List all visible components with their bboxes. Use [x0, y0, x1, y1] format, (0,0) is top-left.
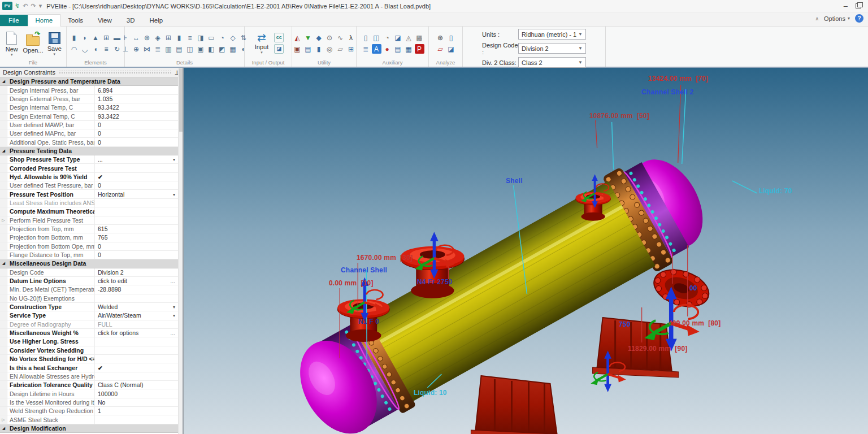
detail-tool-icon[interactable]: ↔	[132, 33, 141, 42]
analyze-tool-icon[interactable]: ▱	[436, 44, 445, 54]
quick-access-icon[interactable]: ↷	[31, 3, 36, 9]
row-value[interactable]: click for options	[95, 329, 178, 336]
row-value[interactable]: 93.3422	[95, 113, 178, 120]
utility-tool-icon[interactable]: ▱	[336, 44, 345, 54]
auxiliary-tool-icon[interactable]: ≣	[361, 44, 371, 54]
row-value[interactable]: Class C (Normal)	[95, 381, 178, 388]
utility-tool-icon[interactable]: ▤	[303, 44, 313, 54]
grid-row[interactable]: ASME Steel Stack	[0, 415, 178, 424]
input-button[interactable]: ⇄ Input ▾	[253, 32, 271, 55]
detail-tool-icon[interactable]: ◧	[207, 44, 216, 54]
element-tool-icon[interactable]: ⊞	[102, 33, 111, 42]
options-button[interactable]: Options	[824, 15, 845, 22]
tab-3d[interactable]: 3D	[119, 15, 142, 26]
grid-row[interactable]: Weld Strength Creep Reduction Fa 1	[0, 407, 178, 415]
auxiliary-tool-icon[interactable]: ▤	[393, 44, 403, 54]
detail-tool-icon[interactable]: ▮	[175, 33, 184, 42]
grid-row[interactable]: No Vortex Shedding for H/D <= 15	[0, 355, 178, 363]
grid-row[interactable]: Use Higher Long. Stress	[0, 337, 178, 346]
row-value[interactable]: 0	[95, 139, 178, 146]
auxiliary-tool-icon[interactable]: A	[372, 44, 381, 54]
row-value[interactable]: -28.8898	[95, 286, 178, 293]
units-dropdown[interactable]: Division 2 ▼	[518, 43, 586, 54]
tab-help[interactable]: Help	[142, 15, 171, 26]
row-value[interactable]: Welded	[95, 303, 178, 310]
utility-tool-icon[interactable]: ⊙	[325, 33, 335, 42]
utility-tool-icon[interactable]: ▮	[314, 44, 324, 54]
grid-row[interactable]: Flange Distance to Top, mm 0	[0, 251, 178, 259]
detail-tool-icon[interactable]: ◈	[153, 33, 163, 42]
grid-row[interactable]: Design Lifetime in Hours 100000	[0, 389, 178, 398]
grid-row[interactable]: Is this a heat Exchanger ✔	[0, 363, 178, 372]
detail-tool-icon[interactable]: ◨	[196, 33, 206, 42]
grid-row[interactable]: Design Modification	[0, 424, 178, 433]
grid-row[interactable]: Projection from Top, mm 615	[0, 225, 178, 233]
grid-row[interactable]: Degree of Radiography FULL	[0, 320, 178, 329]
utility-tool-icon[interactable]: λ	[346, 33, 356, 42]
grid-row[interactable]: Perform Field Pressure Test	[0, 216, 178, 225]
grid-row[interactable]: Construction Type Welded	[0, 303, 178, 311]
detail-tool-icon[interactable]: ⋈	[142, 44, 152, 54]
row-value[interactable]: click to edit	[95, 277, 178, 284]
grid-row[interactable]: Design Internal Press, bar 6.894	[0, 86, 178, 94]
utility-tool-icon[interactable]: ◭	[293, 33, 302, 42]
detail-tool-icon[interactable]: ⊛	[142, 33, 152, 42]
row-value[interactable]: Horizontal	[95, 191, 178, 198]
utility-tool-icon[interactable]: ◆	[314, 33, 324, 42]
detail-tool-icon[interactable]: ◇	[228, 33, 238, 42]
grid-row[interactable]: Fabrication Tolerance Quality Clas Class…	[0, 381, 178, 389]
element-tool-icon[interactable]: ◠	[70, 44, 79, 54]
save-button[interactable]: Save ▾	[46, 32, 63, 55]
detail-tool-icon[interactable]: ⊥	[121, 44, 131, 54]
grid-row[interactable]: Design Pressure and Temperature Data	[0, 77, 178, 86]
grid-row[interactable]: Min. Des Metal (CET) Temperature -28.889…	[0, 285, 178, 294]
new-button[interactable]: New ▾	[3, 32, 20, 55]
grid-row[interactable]: User defined Test Pressure, bar 0	[0, 181, 178, 190]
grid-row[interactable]: Is the Vessel Monitored during it's No	[0, 398, 178, 407]
auxiliary-tool-icon[interactable]: ◪	[393, 33, 403, 42]
grid-row[interactable]: Design Internal Temp, C 93.3422	[0, 103, 178, 112]
element-tool-icon[interactable]: ▲	[91, 33, 101, 42]
scrollbar-thumb[interactable]	[179, 68, 183, 132]
detail-tool-icon[interactable]: ▭	[207, 33, 216, 42]
quick-access-icon[interactable]: ↯	[15, 3, 20, 9]
row-value[interactable]: 765	[95, 234, 178, 241]
row-value[interactable]: 0	[95, 182, 178, 189]
element-tool-icon[interactable]: ≡	[102, 44, 111, 54]
utility-tool-icon[interactable]: ▣	[293, 44, 302, 54]
row-value[interactable]: 1	[95, 407, 178, 414]
detail-tool-icon[interactable]: ⊕	[132, 44, 141, 54]
grid-row[interactable]: Additional Ope. Static Press, bar 0	[0, 138, 178, 146]
utility-tool-icon[interactable]: ∿	[336, 33, 345, 42]
3d-viewport-canvas[interactable]	[184, 68, 868, 434]
detail-tool-icon[interactable]: ◔	[218, 33, 227, 42]
collapse-ribbon-icon[interactable]: ∧	[815, 16, 819, 21]
detail-tool-icon[interactable]: ◫	[185, 44, 195, 54]
analyze-tool-icon[interactable]: ◪	[446, 44, 456, 54]
detail-tool-icon[interactable]: ▦	[228, 44, 238, 54]
grid-row[interactable]: Projection from Bottom Ope, mm 0	[0, 242, 178, 251]
grid-row[interactable]: Projection from Bottom, mm 765	[0, 233, 178, 242]
grid-row[interactable]: Service Type Air/Water/Steam	[0, 311, 178, 320]
grid-row[interactable]: Corroded Pressure Test	[0, 164, 178, 172]
detail-tool-icon[interactable]: ▤	[175, 44, 184, 54]
minimize-button[interactable]: –	[844, 2, 848, 10]
row-value[interactable]: 1.035	[95, 96, 178, 102]
grid-row[interactable]: EN Allowable Stresses are Hydrote	[0, 372, 178, 381]
detail-tool-icon[interactable]: ▥	[164, 44, 173, 54]
row-value[interactable]: Division 2	[95, 269, 178, 276]
row-value[interactable]: 0	[95, 243, 178, 250]
grid-row[interactable]: Consider Vortex Shedding	[0, 346, 178, 355]
panel-scrollbar[interactable]	[178, 68, 183, 434]
row-value[interactable]: Air/Water/Steam	[95, 312, 178, 319]
grid-row[interactable]: User defined MAPnc, bar 0	[0, 129, 178, 138]
utility-tool-icon[interactable]: ⊞	[346, 44, 356, 54]
quick-access-icon[interactable]: ▾	[39, 3, 42, 9]
quick-access-icon[interactable]: ↶	[23, 3, 28, 9]
io-tool-icon[interactable]: cc	[274, 33, 284, 42]
grid-row[interactable]: Pressure Test Position Horizontal	[0, 190, 178, 198]
grid-row[interactable]: Design Code Division 2	[0, 268, 178, 277]
units-dropdown[interactable]: Ridhuan (metric) - 1 ▼	[518, 29, 586, 40]
units-dropdown[interactable]: Class 2 ▼	[518, 57, 586, 68]
grid-row[interactable]: No UG-20(f) Exemptions	[0, 294, 178, 303]
